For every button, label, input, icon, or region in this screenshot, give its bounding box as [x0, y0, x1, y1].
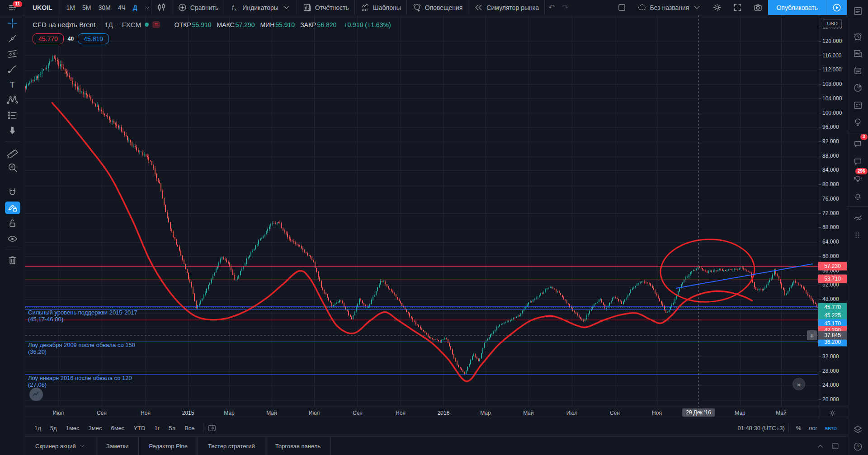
redo-button[interactable]: ↷: [558, 3, 572, 12]
tool-arrow-down[interactable]: [0, 123, 25, 138]
percent-scale-toggle[interactable]: %: [793, 423, 805, 433]
tool-xabcd-pattern[interactable]: [0, 92, 25, 108]
timeframe-30M[interactable]: 30M: [94, 4, 114, 11]
snapshot-button[interactable]: [748, 0, 768, 15]
tool-magnet[interactable]: [0, 185, 25, 200]
tool-eye[interactable]: [0, 231, 25, 246]
sidebar-pie[interactable]: [847, 79, 868, 96]
templates-button[interactable]: Шаблоны: [355, 0, 406, 15]
tool-crosshair[interactable]: [0, 15, 25, 31]
range-1г[interactable]: 1г: [150, 423, 164, 433]
sidebar-watchlist[interactable]: [847, 2, 868, 19]
price-tick: 80.000: [822, 181, 839, 188]
toggle-panel-icon[interactable]: [831, 442, 840, 450]
series-status-dot[interactable]: [145, 23, 149, 27]
auto-scale-toggle[interactable]: авто: [821, 423, 840, 433]
annotation-3[interactable]: Лоу января 2016 после обвала со 120(27,0…: [28, 375, 132, 388]
tool-draw-lock[interactable]: [0, 200, 25, 216]
tab-Редактор Pine[interactable]: Редактор Pine: [139, 437, 198, 455]
chart-pane[interactable]: CFD на нефть Brent · 1Д · FXCM ≈ ОТКР55.…: [25, 15, 818, 407]
expand-panel-icon[interactable]: [816, 442, 825, 450]
tab-Заметки[interactable]: Заметки: [96, 437, 139, 455]
market-simulator-button[interactable]: Симулятор рынка: [468, 0, 544, 15]
bid-price-button[interactable]: 45.770: [33, 33, 64, 44]
sidebar-chat-empty[interactable]: [847, 153, 868, 170]
tool-fib[interactable]: [0, 46, 25, 61]
currency-button[interactable]: USD: [823, 19, 842, 28]
compare-button[interactable]: Сравнить: [172, 0, 224, 15]
time-axis[interactable]: ИюлСенНоя2015МарМайИюлСенНоя2016МарМайИю…: [25, 407, 818, 419]
timeframe-Д[interactable]: Д: [129, 4, 141, 11]
draw-lock-icon: [5, 202, 20, 214]
main-menu-button[interactable]: 11: [0, 0, 25, 15]
sidebar-idea[interactable]: [847, 113, 868, 131]
timeframe-4Ч[interactable]: 4Ч: [114, 4, 129, 11]
chart-style-button[interactable]: [151, 0, 172, 15]
tool-unlock[interactable]: [0, 216, 25, 231]
tool-trend-line[interactable]: [0, 31, 25, 46]
tool-text-tool[interactable]: T: [0, 77, 25, 92]
tool-brush[interactable]: [0, 61, 25, 77]
publish-button[interactable]: Опубликовать: [768, 0, 826, 15]
series-wave-toggle[interactable]: ≈: [152, 21, 160, 28]
sidebar-help[interactable]: ?: [847, 438, 868, 455]
tab-Скринер акций[interactable]: Скринер акций: [25, 437, 96, 455]
indicators-button[interactable]: ƒx Индикаторы: [224, 0, 297, 15]
time-label-Май: Май: [776, 410, 787, 416]
tab-Торговая панель[interactable]: Торговая панель: [265, 437, 331, 455]
layout-select-button[interactable]: [612, 0, 632, 15]
range-5д[interactable]: 5д: [46, 423, 61, 433]
sidebar-chat[interactable]: 3: [847, 136, 868, 153]
price-axis[interactable]: USD 124.000120.000116.000112.000108.0001…: [818, 15, 847, 407]
sidebar-news[interactable]: [847, 45, 868, 62]
range-3мес[interactable]: 3мес: [85, 423, 106, 433]
candlestick-chart[interactable]: [25, 15, 818, 407]
sidebar-idea-live[interactable]: 296: [847, 170, 868, 187]
time-label-Май: Май: [266, 410, 277, 416]
timeframe-5M[interactable]: 5M: [79, 4, 94, 11]
sidebar-alarm-clock[interactable]: [847, 28, 868, 45]
price-tick: 64.000: [822, 239, 839, 245]
scroll-to-recent-button[interactable]: »: [793, 378, 805, 390]
save-layout-button[interactable]: Без названия: [632, 0, 708, 15]
sidebar-notes[interactable]: [847, 62, 868, 79]
tool-ruler[interactable]: [0, 144, 25, 159]
legend-interval[interactable]: 1Д: [104, 21, 113, 28]
tool-forecast[interactable]: [0, 108, 25, 123]
chevron-down-icon[interactable]: [144, 4, 151, 11]
chart-settings-button[interactable]: [707, 0, 727, 15]
range-YTD[interactable]: YTD: [129, 423, 149, 433]
fullscreen-button[interactable]: [727, 0, 748, 15]
tool-trash[interactable]: [0, 252, 25, 267]
range-5л[interactable]: 5л: [165, 423, 179, 433]
sidebar-calendar[interactable]: [847, 96, 868, 113]
ask-price-button[interactable]: 45.810: [78, 33, 109, 44]
go-to-date-icon[interactable]: [207, 423, 217, 433]
sidebar-bell[interactable]: [847, 187, 868, 204]
annotation-2[interactable]: Лоу декабря 2009 после обвала со 150(36,…: [28, 342, 135, 355]
tool-zoom-in[interactable]: [0, 159, 25, 175]
log-scale-toggle[interactable]: лог: [805, 423, 821, 433]
undo-button[interactable]: ↶: [545, 3, 558, 12]
report-button[interactable]: Отчётность: [297, 0, 354, 15]
sun-icon[interactable]: [829, 409, 836, 417]
range-6мес[interactable]: 6мес: [107, 423, 128, 433]
tab-Тестер стратегий[interactable]: Тестер стратегий: [198, 437, 265, 455]
legend-exchange[interactable]: FXCM: [122, 21, 142, 28]
annotation-1[interactable]: Сильный уровень поддержки 2015-2017(45,1…: [28, 309, 137, 323]
sidebar-dots-grid[interactable]: [847, 226, 868, 244]
symbol-button[interactable]: UKOIL: [25, 4, 60, 11]
timeframe-1M[interactable]: 1M: [63, 4, 79, 11]
sidebar-badge: 3: [860, 134, 868, 140]
sidebar-streams[interactable]: [847, 209, 868, 226]
range-Все[interactable]: Все: [180, 423, 198, 433]
publish-stream-button[interactable]: [826, 0, 847, 15]
clock-timezone[interactable]: 01:48:30 (UTC+3): [737, 425, 784, 432]
sidebar-layers[interactable]: [847, 421, 868, 438]
price-label-45.225: 45.225: [818, 311, 847, 320]
legend-symbol[interactable]: CFD на нефть Brent: [33, 21, 95, 28]
add-alert-plus-button[interactable]: +: [807, 330, 817, 340]
range-1мес[interactable]: 1мес: [62, 423, 84, 433]
alerts-button[interactable]: Оповещения: [407, 0, 468, 15]
range-1д[interactable]: 1д: [30, 423, 45, 433]
